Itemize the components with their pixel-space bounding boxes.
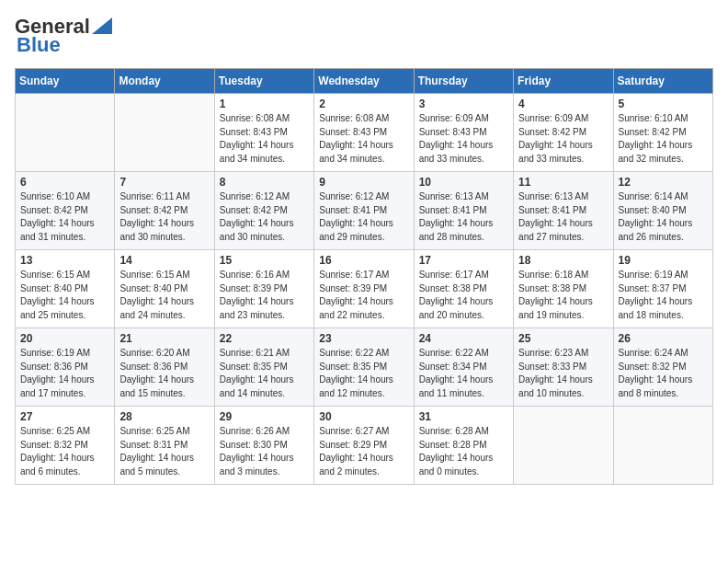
day-detail: Sunrise: 6:14 AM Sunset: 8:40 PM Dayligh… bbox=[619, 190, 708, 244]
day-number: 1 bbox=[220, 98, 309, 110]
day-number: 17 bbox=[419, 254, 508, 267]
logo: General Blue bbox=[15, 15, 112, 57]
day-number: 28 bbox=[119, 410, 209, 423]
calendar-header: SundayMondayTuesdayWednesdayThursdayFrid… bbox=[16, 69, 713, 94]
calendar-cell: 1Sunrise: 6:08 AM Sunset: 8:43 PM Daylig… bbox=[214, 94, 313, 172]
day-number: 8 bbox=[220, 176, 309, 189]
calendar-cell: 10Sunrise: 6:13 AM Sunset: 8:41 PM Dayli… bbox=[414, 172, 513, 250]
day-detail: Sunrise: 6:27 AM Sunset: 8:29 PM Dayligh… bbox=[319, 425, 408, 478]
day-number: 18 bbox=[518, 254, 608, 267]
day-detail: Sunrise: 6:10 AM Sunset: 8:42 PM Dayligh… bbox=[619, 112, 708, 166]
day-detail: Sunrise: 6:24 AM Sunset: 8:32 PM Dayligh… bbox=[619, 347, 708, 400]
calendar-cell bbox=[115, 94, 214, 172]
day-number: 27 bbox=[20, 410, 109, 423]
calendar-cell: 6Sunrise: 6:10 AM Sunset: 8:42 PM Daylig… bbox=[16, 172, 115, 250]
calendar-cell: 5Sunrise: 6:10 AM Sunset: 8:42 PM Daylig… bbox=[613, 94, 712, 172]
calendar-cell: 4Sunrise: 6:09 AM Sunset: 8:42 PM Daylig… bbox=[514, 94, 613, 172]
calendar-cell: 23Sunrise: 6:22 AM Sunset: 8:35 PM Dayli… bbox=[314, 328, 414, 407]
logo-icon bbox=[92, 17, 112, 34]
day-detail: Sunrise: 6:17 AM Sunset: 8:39 PM Dayligh… bbox=[319, 269, 408, 322]
day-number: 7 bbox=[119, 176, 209, 189]
day-detail: Sunrise: 6:18 AM Sunset: 8:38 PM Dayligh… bbox=[518, 269, 608, 322]
calendar-cell: 14Sunrise: 6:15 AM Sunset: 8:40 PM Dayli… bbox=[115, 250, 214, 328]
day-number: 23 bbox=[319, 332, 408, 345]
calendar-week-row: 27Sunrise: 6:25 AM Sunset: 8:32 PM Dayli… bbox=[16, 407, 713, 485]
calendar-table: SundayMondayTuesdayWednesdayThursdayFrid… bbox=[15, 68, 713, 485]
day-number: 21 bbox=[119, 332, 209, 345]
day-detail: Sunrise: 6:21 AM Sunset: 8:35 PM Dayligh… bbox=[220, 347, 309, 400]
day-number: 30 bbox=[319, 410, 408, 423]
day-detail: Sunrise: 6:10 AM Sunset: 8:42 PM Dayligh… bbox=[20, 190, 109, 244]
calendar-cell: 30Sunrise: 6:27 AM Sunset: 8:29 PM Dayli… bbox=[314, 407, 414, 485]
day-number: 26 bbox=[619, 332, 708, 345]
day-of-week-header: Saturday bbox=[613, 69, 712, 94]
calendar-cell: 13Sunrise: 6:15 AM Sunset: 8:40 PM Dayli… bbox=[16, 250, 115, 328]
day-of-week-header: Tuesday bbox=[214, 69, 313, 94]
day-detail: Sunrise: 6:08 AM Sunset: 8:43 PM Dayligh… bbox=[319, 112, 408, 166]
calendar-cell: 15Sunrise: 6:16 AM Sunset: 8:39 PM Dayli… bbox=[214, 250, 313, 328]
day-detail: Sunrise: 6:16 AM Sunset: 8:39 PM Dayligh… bbox=[220, 269, 309, 322]
day-detail: Sunrise: 6:19 AM Sunset: 8:37 PM Dayligh… bbox=[619, 269, 708, 322]
day-detail: Sunrise: 6:13 AM Sunset: 8:41 PM Dayligh… bbox=[518, 190, 608, 244]
calendar-week-row: 13Sunrise: 6:15 AM Sunset: 8:40 PM Dayli… bbox=[16, 250, 713, 328]
day-detail: Sunrise: 6:12 AM Sunset: 8:41 PM Dayligh… bbox=[319, 190, 408, 244]
calendar-cell: 2Sunrise: 6:08 AM Sunset: 8:43 PM Daylig… bbox=[314, 94, 414, 172]
day-of-week-header: Friday bbox=[514, 69, 613, 94]
day-number: 19 bbox=[619, 254, 708, 267]
day-number: 2 bbox=[319, 98, 408, 110]
day-number: 11 bbox=[518, 176, 608, 189]
calendar-cell: 8Sunrise: 6:12 AM Sunset: 8:42 PM Daylig… bbox=[214, 172, 313, 250]
day-of-week-header: Thursday bbox=[414, 69, 513, 94]
calendar-cell bbox=[514, 407, 613, 485]
calendar-cell: 12Sunrise: 6:14 AM Sunset: 8:40 PM Dayli… bbox=[613, 172, 712, 250]
calendar-week-row: 1Sunrise: 6:08 AM Sunset: 8:43 PM Daylig… bbox=[16, 94, 713, 172]
calendar-cell: 19Sunrise: 6:19 AM Sunset: 8:37 PM Dayli… bbox=[613, 250, 712, 328]
day-detail: Sunrise: 6:15 AM Sunset: 8:40 PM Dayligh… bbox=[119, 269, 209, 322]
day-number: 14 bbox=[119, 254, 209, 267]
day-detail: Sunrise: 6:20 AM Sunset: 8:36 PM Dayligh… bbox=[119, 347, 209, 400]
calendar-week-row: 6Sunrise: 6:10 AM Sunset: 8:42 PM Daylig… bbox=[16, 172, 713, 250]
calendar-cell: 11Sunrise: 6:13 AM Sunset: 8:41 PM Dayli… bbox=[514, 172, 613, 250]
calendar-cell: 31Sunrise: 6:28 AM Sunset: 8:28 PM Dayli… bbox=[414, 407, 513, 485]
page-header: General Blue bbox=[15, 15, 713, 57]
day-number: 16 bbox=[319, 254, 408, 267]
day-detail: Sunrise: 6:22 AM Sunset: 8:35 PM Dayligh… bbox=[319, 347, 408, 400]
day-number: 4 bbox=[518, 98, 608, 110]
day-detail: Sunrise: 6:09 AM Sunset: 8:42 PM Dayligh… bbox=[518, 112, 608, 166]
day-detail: Sunrise: 6:09 AM Sunset: 8:43 PM Dayligh… bbox=[419, 112, 508, 166]
day-detail: Sunrise: 6:19 AM Sunset: 8:36 PM Dayligh… bbox=[20, 347, 109, 400]
day-number: 31 bbox=[419, 410, 508, 423]
day-detail: Sunrise: 6:28 AM Sunset: 8:28 PM Dayligh… bbox=[419, 425, 508, 478]
day-number: 13 bbox=[20, 254, 109, 267]
day-of-week-header: Wednesday bbox=[314, 69, 414, 94]
day-detail: Sunrise: 6:23 AM Sunset: 8:33 PM Dayligh… bbox=[518, 347, 608, 400]
calendar-cell: 20Sunrise: 6:19 AM Sunset: 8:36 PM Dayli… bbox=[16, 328, 115, 407]
logo-blue-text: Blue bbox=[17, 33, 61, 57]
day-detail: Sunrise: 6:13 AM Sunset: 8:41 PM Dayligh… bbox=[419, 190, 508, 244]
calendar-cell: 16Sunrise: 6:17 AM Sunset: 8:39 PM Dayli… bbox=[314, 250, 414, 328]
day-number: 20 bbox=[20, 332, 109, 345]
calendar-cell: 17Sunrise: 6:17 AM Sunset: 8:38 PM Dayli… bbox=[414, 250, 513, 328]
calendar-cell: 24Sunrise: 6:22 AM Sunset: 8:34 PM Dayli… bbox=[414, 328, 513, 407]
day-detail: Sunrise: 6:15 AM Sunset: 8:40 PM Dayligh… bbox=[20, 269, 109, 322]
calendar-cell: 29Sunrise: 6:26 AM Sunset: 8:30 PM Dayli… bbox=[214, 407, 313, 485]
calendar-cell: 28Sunrise: 6:25 AM Sunset: 8:31 PM Dayli… bbox=[115, 407, 214, 485]
day-number: 9 bbox=[319, 176, 408, 189]
calendar-cell: 3Sunrise: 6:09 AM Sunset: 8:43 PM Daylig… bbox=[414, 94, 513, 172]
day-detail: Sunrise: 6:17 AM Sunset: 8:38 PM Dayligh… bbox=[419, 269, 508, 322]
day-number: 29 bbox=[220, 410, 309, 423]
day-number: 10 bbox=[419, 176, 508, 189]
calendar-cell bbox=[16, 94, 115, 172]
day-of-week-header: Sunday bbox=[16, 69, 115, 94]
svg-marker-0 bbox=[92, 17, 112, 34]
calendar-week-row: 20Sunrise: 6:19 AM Sunset: 8:36 PM Dayli… bbox=[16, 328, 713, 407]
day-number: 12 bbox=[619, 176, 708, 189]
day-detail: Sunrise: 6:12 AM Sunset: 8:42 PM Dayligh… bbox=[220, 190, 309, 244]
day-number: 15 bbox=[220, 254, 309, 267]
day-number: 6 bbox=[20, 176, 109, 189]
calendar-cell: 21Sunrise: 6:20 AM Sunset: 8:36 PM Dayli… bbox=[115, 328, 214, 407]
day-detail: Sunrise: 6:25 AM Sunset: 8:32 PM Dayligh… bbox=[20, 425, 109, 478]
day-number: 24 bbox=[419, 332, 508, 345]
day-number: 5 bbox=[619, 98, 708, 110]
calendar-cell bbox=[613, 407, 712, 485]
